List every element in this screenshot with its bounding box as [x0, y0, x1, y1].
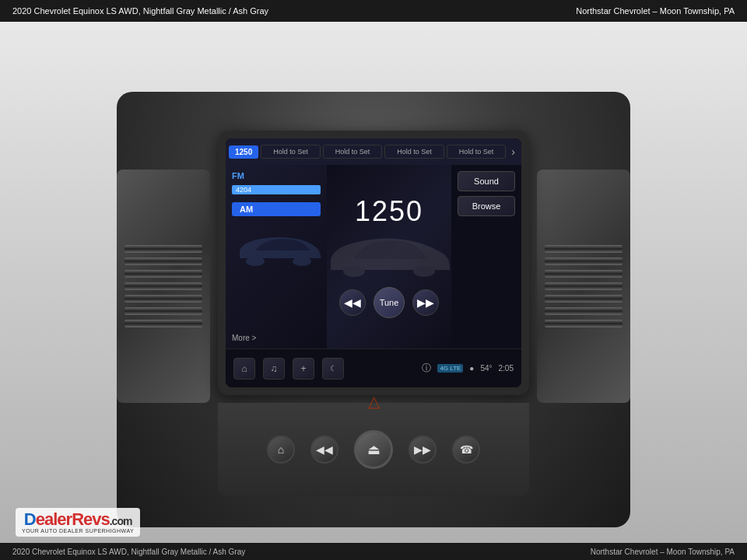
station-frequency: 1250 — [355, 195, 423, 228]
chevron-right-icon[interactable]: › — [508, 145, 518, 158]
frequency-label: FM — [232, 171, 321, 180]
prev-track-physical-button[interactable]: ◀◀ — [310, 436, 338, 464]
vent-slat — [545, 320, 622, 327]
footer-right-text: Northstar Chevrolet – Moon Township, PA — [591, 548, 735, 556]
background-car-graphic — [327, 231, 451, 278]
vent-slat — [545, 257, 622, 265]
footer-bar: 2020 Chevrolet Equinox LS AWD, Nightfall… — [0, 543, 747, 560]
sound-button[interactable]: Sound — [458, 171, 515, 191]
vent-slat — [124, 270, 202, 278]
car-silhouette-icon — [232, 229, 325, 268]
signal-icon: ● — [469, 364, 474, 373]
screen-center-panel: 1250 ◀◀ Tune ▶ — [327, 165, 451, 348]
time-display: 2:05 — [499, 364, 514, 373]
browse-button[interactable]: Browse — [458, 196, 515, 216]
vent-slat — [545, 282, 622, 290]
info-icon: ⓘ — [422, 362, 431, 375]
frequency-tag: 4204 — [232, 185, 321, 194]
svg-point-2 — [343, 266, 365, 277]
screen-left-panel: FM 4204 AM More > — [226, 165, 327, 348]
vent-slat — [124, 257, 202, 265]
vent-right — [537, 170, 630, 403]
physical-controls: ⌂ ◀◀ ⏏ ▶▶ ☎ — [218, 403, 529, 496]
vent-slat — [124, 245, 202, 253]
phone-icon-button[interactable]: ☾ — [322, 358, 344, 380]
screen-bottom-bar: ⌂ ♫ + ☾ ⓘ 4G LTE ● 54° 2:05 — [226, 348, 521, 387]
header-left-text: 2020 Chevrolet Equinox LS AWD, Nightfall… — [12, 6, 268, 16]
preset-active[interactable]: 1250 — [229, 145, 258, 159]
vent-slat — [545, 295, 622, 303]
vent-slat — [124, 307, 202, 315]
preset-hold-3[interactable]: Hold to Set — [384, 145, 444, 159]
next-track-physical-button[interactable]: ▶▶ — [409, 436, 437, 464]
header-bar: 2020 Chevrolet Equinox LS AWD, Nightfall… — [0, 0, 747, 22]
am-badge[interactable]: AM — [232, 202, 321, 216]
preset-hold-2[interactable]: Hold to Set — [323, 145, 383, 159]
vent-slat — [124, 282, 202, 290]
add-icon-button[interactable]: + — [293, 358, 314, 380]
warning-triangle-icon: △ — [368, 392, 380, 411]
more-button[interactable]: More > — [232, 334, 321, 342]
temperature-display: 54° — [480, 364, 492, 373]
touch-screen[interactable]: 1250 Hold to Set Hold to Set Hold to Set… — [226, 138, 521, 387]
preset-hold-1[interactable]: Hold to Set — [261, 145, 321, 159]
car-photo-area: 1250 Hold to Set Hold to Set Hold to Set… — [0, 22, 747, 543]
bottom-icons-group: ⌂ ♫ + ☾ — [233, 358, 344, 380]
screen-main: FM 4204 AM More > 1 — [226, 165, 521, 348]
dashboard: 1250 Hold to Set Hold to Set Hold to Set… — [117, 92, 630, 527]
tune-button[interactable]: Tune — [374, 287, 405, 318]
home-icon-button[interactable]: ⌂ — [233, 358, 255, 380]
bottom-right-info: ⓘ 4G LTE ● 54° 2:05 — [422, 362, 514, 375]
screen-right-panel: Sound Browse — [451, 165, 521, 348]
presets-bar: 1250 Hold to Set Hold to Set Hold to Set… — [226, 138, 521, 165]
vent-slat — [545, 270, 622, 278]
tune-label: Tune — [380, 298, 399, 307]
vent-slat — [545, 307, 622, 315]
screen-container: 1250 Hold to Set Hold to Set Hold to Set… — [218, 131, 529, 395]
vent-slat — [545, 245, 622, 253]
vent-slat — [124, 295, 202, 303]
phone-physical-button[interactable]: ☎ — [452, 436, 480, 464]
preset-hold-4[interactable]: Hold to Set — [447, 145, 507, 159]
rewind-button[interactable]: ◀◀ — [339, 289, 366, 316]
header-right-text: Northstar Chevrolet – Moon Township, PA — [576, 6, 735, 16]
svg-point-3 — [413, 266, 435, 277]
music-icon-button[interactable]: ♫ — [263, 358, 285, 380]
vent-slat — [124, 320, 202, 327]
playback-controls: ◀◀ Tune ▶▶ — [339, 287, 439, 318]
power-physical-button[interactable]: ⏏ — [354, 430, 393, 469]
home-physical-button[interactable]: ⌂ — [267, 436, 295, 464]
fast-forward-button[interactable]: ▶▶ — [412, 289, 439, 316]
lte-badge: 4G LTE — [437, 364, 463, 373]
vent-left — [117, 170, 210, 403]
footer-left-text: 2020 Chevrolet Equinox LS AWD, Nightfall… — [12, 548, 245, 556]
